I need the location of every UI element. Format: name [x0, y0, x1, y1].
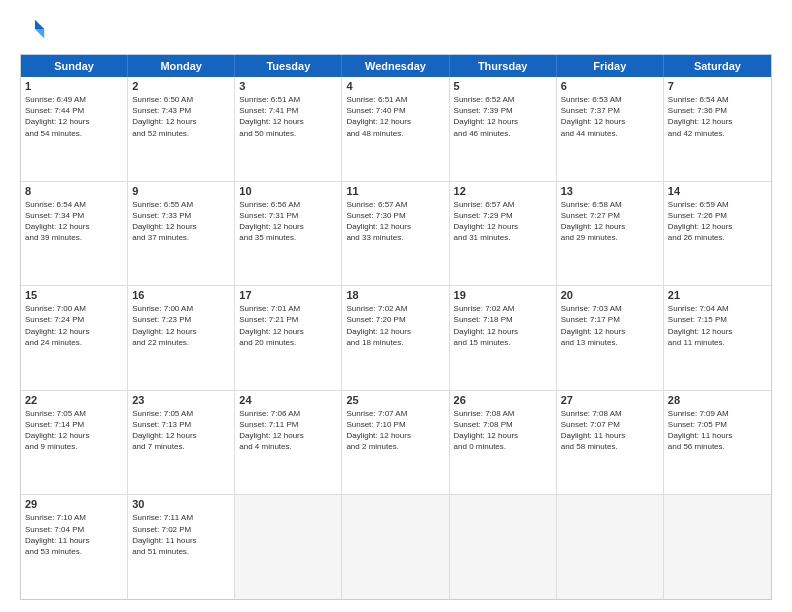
cell-info: Sunrise: 6:54 AM Sunset: 7:34 PM Dayligh… — [25, 199, 123, 244]
day-number: 2 — [132, 80, 230, 92]
cell-info: Sunrise: 7:02 AM Sunset: 7:18 PM Dayligh… — [454, 303, 552, 348]
svg-marker-0 — [35, 20, 44, 29]
header-day-sunday: Sunday — [21, 55, 128, 77]
cell-info: Sunrise: 6:59 AM Sunset: 7:26 PM Dayligh… — [668, 199, 767, 244]
day-number: 27 — [561, 394, 659, 406]
day-number: 26 — [454, 394, 552, 406]
header-day-tuesday: Tuesday — [235, 55, 342, 77]
calendar-cell: 3Sunrise: 6:51 AM Sunset: 7:41 PM Daylig… — [235, 77, 342, 181]
calendar-cell: 26Sunrise: 7:08 AM Sunset: 7:08 PM Dayli… — [450, 391, 557, 495]
cell-info: Sunrise: 7:05 AM Sunset: 7:13 PM Dayligh… — [132, 408, 230, 453]
day-number: 11 — [346, 185, 444, 197]
cell-info: Sunrise: 7:08 AM Sunset: 7:07 PM Dayligh… — [561, 408, 659, 453]
calendar-cell: 20Sunrise: 7:03 AM Sunset: 7:17 PM Dayli… — [557, 286, 664, 390]
day-number: 20 — [561, 289, 659, 301]
calendar-cell: 8Sunrise: 6:54 AM Sunset: 7:34 PM Daylig… — [21, 182, 128, 286]
day-number: 24 — [239, 394, 337, 406]
header-day-saturday: Saturday — [664, 55, 771, 77]
day-number: 9 — [132, 185, 230, 197]
logo-icon — [20, 16, 48, 44]
header — [20, 16, 772, 44]
calendar-cell: 13Sunrise: 6:58 AM Sunset: 7:27 PM Dayli… — [557, 182, 664, 286]
calendar-cell: 10Sunrise: 6:56 AM Sunset: 7:31 PM Dayli… — [235, 182, 342, 286]
calendar-cell: 18Sunrise: 7:02 AM Sunset: 7:20 PM Dayli… — [342, 286, 449, 390]
cell-info: Sunrise: 7:03 AM Sunset: 7:17 PM Dayligh… — [561, 303, 659, 348]
calendar-cell: 22Sunrise: 7:05 AM Sunset: 7:14 PM Dayli… — [21, 391, 128, 495]
calendar-cell: 6Sunrise: 6:53 AM Sunset: 7:37 PM Daylig… — [557, 77, 664, 181]
cell-info: Sunrise: 7:07 AM Sunset: 7:10 PM Dayligh… — [346, 408, 444, 453]
cell-info: Sunrise: 6:51 AM Sunset: 7:40 PM Dayligh… — [346, 94, 444, 139]
calendar-cell: 17Sunrise: 7:01 AM Sunset: 7:21 PM Dayli… — [235, 286, 342, 390]
calendar-cell: 5Sunrise: 6:52 AM Sunset: 7:39 PM Daylig… — [450, 77, 557, 181]
day-number: 29 — [25, 498, 123, 510]
cell-info: Sunrise: 6:57 AM Sunset: 7:29 PM Dayligh… — [454, 199, 552, 244]
day-number: 21 — [668, 289, 767, 301]
header-day-monday: Monday — [128, 55, 235, 77]
cell-info: Sunrise: 6:58 AM Sunset: 7:27 PM Dayligh… — [561, 199, 659, 244]
calendar-cell: 25Sunrise: 7:07 AM Sunset: 7:10 PM Dayli… — [342, 391, 449, 495]
day-number: 4 — [346, 80, 444, 92]
day-number: 7 — [668, 80, 767, 92]
calendar-cell: 4Sunrise: 6:51 AM Sunset: 7:40 PM Daylig… — [342, 77, 449, 181]
calendar-cell: 23Sunrise: 7:05 AM Sunset: 7:13 PM Dayli… — [128, 391, 235, 495]
cell-info: Sunrise: 6:51 AM Sunset: 7:41 PM Dayligh… — [239, 94, 337, 139]
calendar-cell: 21Sunrise: 7:04 AM Sunset: 7:15 PM Dayli… — [664, 286, 771, 390]
cell-info: Sunrise: 7:04 AM Sunset: 7:15 PM Dayligh… — [668, 303, 767, 348]
page: SundayMondayTuesdayWednesdayThursdayFrid… — [0, 0, 792, 612]
cell-info: Sunrise: 7:11 AM Sunset: 7:02 PM Dayligh… — [132, 512, 230, 557]
cell-info: Sunrise: 7:00 AM Sunset: 7:23 PM Dayligh… — [132, 303, 230, 348]
cell-info: Sunrise: 6:54 AM Sunset: 7:36 PM Dayligh… — [668, 94, 767, 139]
day-number: 17 — [239, 289, 337, 301]
calendar-cell: 28Sunrise: 7:09 AM Sunset: 7:05 PM Dayli… — [664, 391, 771, 495]
calendar-cell: 11Sunrise: 6:57 AM Sunset: 7:30 PM Dayli… — [342, 182, 449, 286]
day-number: 14 — [668, 185, 767, 197]
header-day-friday: Friday — [557, 55, 664, 77]
cell-info: Sunrise: 7:10 AM Sunset: 7:04 PM Dayligh… — [25, 512, 123, 557]
calendar-cell: 19Sunrise: 7:02 AM Sunset: 7:18 PM Dayli… — [450, 286, 557, 390]
logo — [20, 16, 52, 44]
day-number: 15 — [25, 289, 123, 301]
calendar-cell: 9Sunrise: 6:55 AM Sunset: 7:33 PM Daylig… — [128, 182, 235, 286]
day-number: 12 — [454, 185, 552, 197]
calendar-cell: 24Sunrise: 7:06 AM Sunset: 7:11 PM Dayli… — [235, 391, 342, 495]
cell-info: Sunrise: 7:09 AM Sunset: 7:05 PM Dayligh… — [668, 408, 767, 453]
calendar-cell — [342, 495, 449, 599]
cell-info: Sunrise: 7:06 AM Sunset: 7:11 PM Dayligh… — [239, 408, 337, 453]
cell-info: Sunrise: 7:01 AM Sunset: 7:21 PM Dayligh… — [239, 303, 337, 348]
day-number: 25 — [346, 394, 444, 406]
day-number: 13 — [561, 185, 659, 197]
cell-info: Sunrise: 6:52 AM Sunset: 7:39 PM Dayligh… — [454, 94, 552, 139]
calendar-cell — [235, 495, 342, 599]
calendar-row-1: 1Sunrise: 6:49 AM Sunset: 7:44 PM Daylig… — [21, 77, 771, 181]
day-number: 6 — [561, 80, 659, 92]
calendar-cell — [664, 495, 771, 599]
day-number: 22 — [25, 394, 123, 406]
day-number: 28 — [668, 394, 767, 406]
calendar-cell: 2Sunrise: 6:50 AM Sunset: 7:43 PM Daylig… — [128, 77, 235, 181]
calendar-row-4: 22Sunrise: 7:05 AM Sunset: 7:14 PM Dayli… — [21, 390, 771, 495]
cell-info: Sunrise: 6:49 AM Sunset: 7:44 PM Dayligh… — [25, 94, 123, 139]
calendar-cell: 30Sunrise: 7:11 AM Sunset: 7:02 PM Dayli… — [128, 495, 235, 599]
calendar-header: SundayMondayTuesdayWednesdayThursdayFrid… — [21, 55, 771, 77]
cell-info: Sunrise: 6:50 AM Sunset: 7:43 PM Dayligh… — [132, 94, 230, 139]
calendar-cell — [450, 495, 557, 599]
calendar-cell: 12Sunrise: 6:57 AM Sunset: 7:29 PM Dayli… — [450, 182, 557, 286]
header-day-thursday: Thursday — [450, 55, 557, 77]
calendar-body: 1Sunrise: 6:49 AM Sunset: 7:44 PM Daylig… — [21, 77, 771, 599]
header-day-wednesday: Wednesday — [342, 55, 449, 77]
calendar-cell: 16Sunrise: 7:00 AM Sunset: 7:23 PM Dayli… — [128, 286, 235, 390]
cell-info: Sunrise: 6:56 AM Sunset: 7:31 PM Dayligh… — [239, 199, 337, 244]
cell-info: Sunrise: 6:55 AM Sunset: 7:33 PM Dayligh… — [132, 199, 230, 244]
day-number: 18 — [346, 289, 444, 301]
cell-info: Sunrise: 7:05 AM Sunset: 7:14 PM Dayligh… — [25, 408, 123, 453]
cell-info: Sunrise: 7:02 AM Sunset: 7:20 PM Dayligh… — [346, 303, 444, 348]
svg-marker-1 — [35, 29, 44, 38]
cell-info: Sunrise: 6:57 AM Sunset: 7:30 PM Dayligh… — [346, 199, 444, 244]
calendar-cell — [557, 495, 664, 599]
cell-info: Sunrise: 6:53 AM Sunset: 7:37 PM Dayligh… — [561, 94, 659, 139]
calendar-row-3: 15Sunrise: 7:00 AM Sunset: 7:24 PM Dayli… — [21, 285, 771, 390]
day-number: 23 — [132, 394, 230, 406]
day-number: 1 — [25, 80, 123, 92]
calendar-cell: 27Sunrise: 7:08 AM Sunset: 7:07 PM Dayli… — [557, 391, 664, 495]
calendar: SundayMondayTuesdayWednesdayThursdayFrid… — [20, 54, 772, 600]
